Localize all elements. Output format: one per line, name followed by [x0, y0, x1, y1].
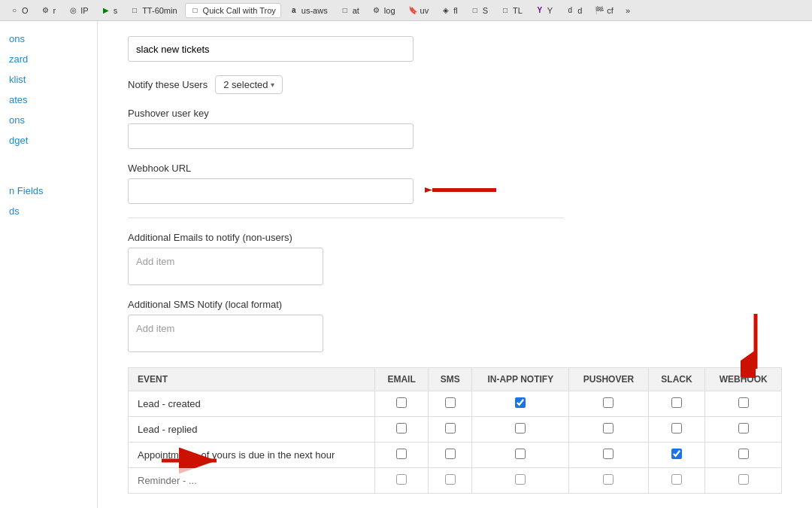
sidebar-item-zard[interactable]: zard [0, 49, 97, 69]
tab-cf-icon: 🏁 [594, 5, 604, 16]
tab-cf[interactable]: 🏁 cf [589, 4, 618, 17]
tab-uv[interactable]: 🔖 uv [403, 4, 434, 17]
webhook-cell [705, 468, 782, 494]
email-checkbox[interactable] [396, 423, 407, 433]
tab-tl[interactable]: □ TL [495, 4, 527, 17]
webhook-checkbox[interactable] [738, 423, 749, 433]
webhook-checkbox[interactable] [738, 397, 749, 408]
tab-more-label: » [626, 6, 630, 15]
email-cell [375, 417, 429, 443]
tab-ip-label: IP [80, 6, 88, 15]
tab-fl-icon: ◈ [441, 5, 451, 16]
email-checkbox[interactable] [396, 397, 407, 408]
inapp-checkbox[interactable] [515, 397, 526, 408]
webhook-checkbox[interactable] [738, 474, 749, 485]
event-cell: Lead - created [129, 391, 375, 417]
tab-tl-label: TL [513, 6, 523, 15]
additional-sms-section: Additional SMS Notify (local format) Add… [128, 299, 789, 352]
tab-log[interactable]: ⚙ log [367, 4, 400, 17]
additional-sms-label: Additional SMS Notify (local format) [128, 299, 789, 310]
tab-ip[interactable]: ◎ IP [63, 4, 92, 17]
th-pushover: PUSHOVER [569, 368, 648, 391]
additional-sms-input[interactable]: Add item [128, 315, 323, 352]
pushover-input[interactable] [128, 123, 414, 149]
tab-log-label: log [384, 6, 395, 15]
tab-tt[interactable]: □ TT-60min [125, 4, 181, 17]
webhook-checkbox[interactable] [738, 449, 749, 459]
tab-y-icon: Y [535, 5, 545, 16]
sms-checkbox[interactable] [445, 474, 456, 485]
tab-d-icon: d [565, 5, 575, 16]
th-sms: SMS [429, 368, 472, 391]
tab-quick-call[interactable]: □ Quick Call with Troy [185, 3, 281, 18]
tab-ss[interactable]: □ S [465, 4, 492, 17]
slack-input[interactable] [128, 36, 414, 62]
tab-r[interactable]: ⚙ r [36, 4, 61, 17]
sidebar-item-ds[interactable]: ds [0, 201, 97, 221]
sms-cell [429, 417, 472, 443]
tab-at-icon: □ [340, 5, 350, 16]
inapp-checkbox[interactable] [515, 449, 526, 459]
tab-log-icon: ⚙ [371, 5, 382, 16]
tab-fl[interactable]: ◈ fl [436, 4, 462, 17]
sidebar-item-dget[interactable]: dget [0, 130, 97, 151]
pushover-checkbox[interactable] [603, 397, 614, 408]
additional-emails-input[interactable]: Add item [128, 248, 323, 285]
tab-s[interactable]: ▶ s [96, 4, 123, 17]
pushover-cell [569, 468, 648, 494]
inapp-checkbox[interactable] [515, 474, 526, 485]
slack-checkbox[interactable] [671, 474, 682, 485]
notify-users-row: Notify these Users 2 selected ▾ [128, 75, 789, 94]
sidebar-item-n-fields[interactable]: n Fields [0, 181, 97, 201]
event-cell: Reminder - ... [129, 468, 375, 494]
tab-tt-label: TT-60min [142, 6, 177, 15]
slack-cell [648, 468, 705, 494]
tab-fl-label: fl [453, 6, 458, 15]
pushover-section: Pushover user key [128, 108, 789, 149]
slack-cell [648, 443, 705, 468]
webhook-cell [705, 391, 782, 417]
tab-tl-icon: □ [500, 5, 511, 16]
additional-emails-label: Additional Emails to notify (non-users) [128, 232, 789, 243]
pushover-checkbox[interactable] [603, 449, 614, 459]
tab-qc-label: Quick Call with Troy [203, 6, 276, 15]
tab-o[interactable]: ○ O [5, 4, 33, 17]
sms-checkbox[interactable] [445, 449, 456, 459]
webhook-cell [705, 443, 782, 468]
email-checkbox[interactable] [396, 474, 407, 485]
tab-amazon[interactable]: a us-aws [284, 4, 332, 17]
inapp-cell [472, 443, 569, 468]
pushover-checkbox[interactable] [603, 423, 614, 433]
sms-cell [429, 443, 472, 468]
browser-tab-bar: ○ O ⚙ r ◎ IP ▶ s □ TT-60min □ Quick Call… [0, 0, 812, 21]
tab-d[interactable]: d d [560, 4, 586, 17]
tab-o-icon: ○ [9, 5, 20, 16]
tab-amazon-icon: a [289, 5, 299, 16]
sidebar-item-ons1[interactable]: ons [0, 29, 97, 49]
sidebar-item-ates[interactable]: ates [0, 90, 97, 110]
inapp-checkbox[interactable] [515, 423, 526, 433]
notifications-table-container: EVENT EMAIL SMS IN-APP NOTIFY PUSHOVER S… [128, 367, 789, 494]
tab-at[interactable]: □ at [335, 4, 364, 17]
slack-checkbox[interactable] [671, 423, 682, 433]
sidebar-item-klist[interactable]: klist [0, 69, 97, 90]
webhook-input[interactable] [128, 178, 414, 204]
email-checkbox[interactable] [396, 449, 407, 459]
tab-y[interactable]: Y Y [530, 4, 557, 17]
tab-o-label: O [22, 6, 29, 15]
slack-checkbox[interactable] [671, 449, 682, 459]
tab-more[interactable]: » [621, 5, 635, 17]
tab-ss-label: S [483, 6, 488, 15]
tab-qc-icon: □ [190, 5, 201, 16]
tab-s-icon: ▶ [101, 5, 111, 16]
tab-d-label: d [577, 6, 582, 15]
sidebar-item-ons2[interactable]: ons [0, 110, 97, 130]
sms-checkbox[interactable] [445, 423, 456, 433]
slack-checkbox[interactable] [671, 397, 682, 408]
inapp-cell [472, 417, 569, 443]
sms-checkbox[interactable] [445, 397, 456, 408]
pushover-checkbox[interactable] [603, 474, 614, 485]
notify-users-dropdown[interactable]: 2 selected ▾ [215, 75, 283, 94]
email-cell [375, 468, 429, 494]
th-email: EMAIL [375, 368, 429, 391]
